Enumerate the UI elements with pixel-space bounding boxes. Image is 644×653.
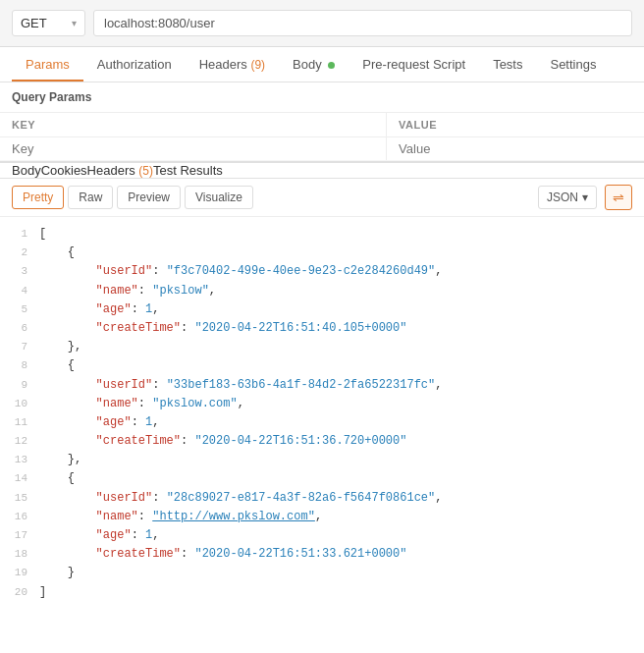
response-tab-headers[interactable]: Headers (5) — [87, 163, 153, 178]
code-line: 19 } — [0, 564, 644, 582]
url-input[interactable] — [93, 10, 632, 36]
key-token: "createTime" — [39, 321, 181, 335]
plain-token: , — [152, 415, 159, 429]
key-token: "name" — [39, 510, 138, 523]
format-label: JSON — [547, 190, 578, 204]
method-chevron-icon: ▾ — [72, 18, 77, 28]
url-bar: GET ▾ — [0, 0, 644, 47]
code-line: 4 "name": "pkslow", — [0, 282, 644, 300]
line-number: 3 — [0, 262, 39, 281]
code-line: 10 "name": "pkslow.com", — [0, 395, 644, 413]
tab-dot-body — [328, 62, 335, 69]
tab-badge-headers: (9) — [250, 58, 265, 72]
key-token: "userId" — [39, 378, 152, 392]
code-line: 8 { — [0, 356, 644, 375]
plain-token: : — [138, 284, 152, 298]
line-content: "createTime": "2020-04-22T16:51:40.105+0… — [39, 319, 644, 338]
value-cell — [387, 137, 644, 161]
line-content: ] — [39, 583, 644, 602]
code-line: 13 }, — [0, 451, 644, 469]
code-area: 1[2 {3 "userId": "f3c70402-499e-40ee-9e2… — [0, 217, 644, 610]
code-line: 2 { — [0, 244, 644, 262]
line-number: 7 — [0, 338, 39, 356]
preview-button[interactable]: Preview — [117, 186, 181, 209]
line-content: }, — [39, 451, 644, 469]
line-number: 20 — [0, 583, 39, 602]
resp-tab-badge-headers: (5) — [138, 164, 153, 178]
line-content: "name": "pkslow", — [39, 282, 644, 300]
tab-settings[interactable]: Settings — [536, 47, 610, 82]
tab-authorization[interactable]: Authorization — [83, 47, 186, 82]
line-content: [ — [39, 225, 644, 244]
plain-token: : — [132, 528, 145, 542]
code-line: 1[ — [0, 225, 644, 244]
format-select[interactable]: JSON ▾ — [538, 186, 597, 209]
raw-button[interactable]: Raw — [68, 186, 113, 209]
link-token: "http://www.pkslow.com" — [152, 510, 315, 523]
wrap-button[interactable]: ⇌ — [605, 185, 632, 210]
top-tab-bar: ParamsAuthorizationHeaders (9)Body Pre-r… — [0, 47, 644, 82]
plain-token: , — [435, 378, 442, 392]
line-content: "age": 1, — [39, 300, 644, 319]
tab-tests[interactable]: Tests — [479, 47, 536, 82]
code-line: 7 }, — [0, 338, 644, 356]
code-line: 15 "userId": "28c89027-e817-4a3f-82a6-f5… — [0, 489, 644, 508]
line-number: 6 — [0, 319, 39, 338]
params-row — [0, 137, 644, 161]
string-token: "2020-04-22T16:51:36.720+0000" — [194, 434, 406, 448]
tab-body[interactable]: Body — [279, 47, 349, 82]
response-tab-body[interactable]: Body — [12, 163, 41, 178]
line-number: 5 — [0, 300, 39, 319]
code-line: 14 { — [0, 469, 644, 488]
response-tab-cookies[interactable]: Cookies — [41, 163, 87, 178]
bracket-token: } — [39, 566, 75, 579]
bracket-token: }, — [39, 453, 81, 466]
tab-prerequest[interactable]: Pre-request Script — [349, 47, 479, 82]
code-line: 18 "createTime": "2020-04-22T16:51:33.62… — [0, 545, 644, 564]
bracket-token: { — [39, 358, 75, 372]
code-line: 11 "age": 1, — [0, 413, 644, 432]
string-token: "f3c70402-499e-40ee-9e23-c2e284260d49" — [167, 264, 436, 278]
key-token: "name" — [39, 397, 138, 410]
line-number: 9 — [0, 376, 39, 395]
line-content: "name": "pkslow.com", — [39, 395, 644, 413]
line-number: 2 — [0, 244, 39, 262]
response-tab-testresults[interactable]: Test Results — [153, 163, 223, 178]
code-line: 17 "age": 1, — [0, 526, 644, 545]
plain-token: , — [435, 491, 442, 505]
code-line: 20] — [0, 583, 644, 602]
line-content: { — [39, 356, 644, 375]
string-token: "28c89027-e817-4a3f-82a6-f5647f0861ce" — [167, 491, 436, 505]
tab-params[interactable]: Params — [12, 47, 83, 82]
key-input[interactable] — [12, 141, 374, 156]
string-token: "pkslow" — [152, 284, 209, 298]
string-token: "pkslow.com" — [152, 397, 237, 410]
pretty-button[interactable]: Pretty — [12, 186, 64, 209]
line-content: "createTime": "2020-04-22T16:51:36.720+0… — [39, 432, 644, 451]
line-content: { — [39, 244, 644, 262]
line-content: } — [39, 564, 644, 582]
plain-token: : — [181, 321, 194, 335]
line-content: "createTime": "2020-04-22T16:51:33.621+0… — [39, 545, 644, 564]
visualize-button[interactable]: Visualize — [185, 186, 253, 209]
params-table: KEY VALUE — [0, 113, 644, 161]
line-number: 11 — [0, 413, 39, 432]
plain-token: , — [152, 302, 159, 316]
method-select[interactable]: GET ▾ — [12, 10, 85, 36]
line-content: "userId": "28c89027-e817-4a3f-82a6-f5647… — [39, 489, 644, 508]
line-content: "age": 1, — [39, 413, 644, 432]
plain-token: , — [209, 284, 216, 298]
code-line: 3 "userId": "f3c70402-499e-40ee-9e23-c2e… — [0, 262, 644, 281]
plain-token: : — [138, 397, 152, 410]
tab-headers[interactable]: Headers (9) — [186, 47, 279, 82]
line-number: 18 — [0, 545, 39, 564]
value-input[interactable] — [399, 141, 632, 156]
line-number: 13 — [0, 451, 39, 469]
key-token: "age" — [39, 302, 132, 316]
line-content: }, — [39, 338, 644, 356]
method-label: GET — [21, 16, 47, 30]
line-number: 19 — [0, 564, 39, 582]
line-number: 17 — [0, 526, 39, 545]
response-tab-bar: BodyCookiesHeaders (5)Test Results — [0, 161, 644, 179]
plain-token: : — [181, 547, 194, 561]
